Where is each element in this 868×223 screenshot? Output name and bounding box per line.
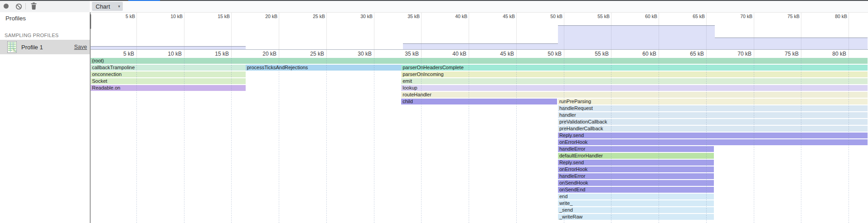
flame-bar[interactable]: _send	[558, 207, 714, 213]
view-mode-select[interactable]: Chart ▾	[92, 2, 123, 11]
flame-bar[interactable]: Readable.on	[91, 85, 246, 91]
sampling-profiles-section-label: SAMPLING PROFILES	[5, 33, 58, 38]
flame-bar[interactable]: handleError	[558, 173, 714, 179]
overview-gridline	[279, 13, 279, 49]
flame-bar-label: _send	[559, 207, 573, 213]
flame-bar-label: handleError	[559, 173, 585, 179]
flame-bar[interactable]: onErrorHook	[558, 139, 868, 145]
flame-bar[interactable]: processTicksAndRejections	[246, 65, 402, 71]
flame-bar[interactable]: Socket	[91, 78, 246, 84]
chart-ruler-tick	[421, 50, 422, 57]
flame-bar-label: callbackTrampoline	[92, 65, 135, 70]
chart-ruler-tick	[184, 50, 184, 57]
flame-bar-label: emit	[402, 78, 412, 84]
flame-bar[interactable]: Reply.send	[558, 160, 714, 166]
flame-bar-label: handleError	[559, 146, 585, 152]
flame-bar-label: preHandlerCallback	[559, 126, 603, 131]
chart-ruler-tick	[231, 50, 232, 57]
flame-bar[interactable]: child	[401, 99, 557, 104]
sidebar-scrollbar[interactable]	[90, 14, 91, 29]
flame-bar[interactable]: end	[558, 194, 714, 199]
flame-bar[interactable]: handleError	[558, 146, 714, 152]
flame-bar[interactable]: onErrorHook	[558, 166, 714, 172]
flame-bar[interactable]: callbackTrampoline	[91, 65, 246, 71]
chart-ruler-tick-label: 40 kB	[437, 51, 466, 57]
record-icon[interactable]	[4, 4, 9, 9]
save-profile-link[interactable]: Save	[74, 44, 87, 50]
flame-bar-label: parserOnIncoming	[402, 71, 444, 77]
flame-bar[interactable]: emit	[401, 78, 868, 84]
flame-bar[interactable]: handler	[558, 112, 868, 118]
flame-bar-label: preValidationCallback	[559, 119, 607, 124]
chart-ruler-tick-label: 80 kB	[817, 51, 846, 57]
overview-ruler-tick-label: 30 kB	[345, 14, 373, 19]
overview-ruler-tick-label: 60 kB	[630, 14, 657, 19]
flame-bar[interactable]: onSendEnd	[558, 187, 714, 193]
sidebar-title: Profiles	[5, 15, 26, 22]
flame-bar[interactable]: preValidationCallback	[558, 119, 868, 125]
overview-ruler-tick-label: 25 kB	[298, 14, 325, 19]
flame-bar[interactable]: routeHandler	[401, 92, 868, 98]
flame-bar-label: (root)	[92, 58, 104, 63]
flame-gridline	[326, 58, 327, 223]
overview-gridline	[184, 13, 184, 49]
flame-bar[interactable]: write_	[558, 200, 714, 206]
chart-ruler-tick	[374, 50, 374, 57]
overview-memory-step	[715, 38, 868, 49]
chart-ruler-tick	[849, 50, 849, 57]
view-mode-value: Chart	[96, 3, 110, 10]
chart-ruler-tick-label: 55 kB	[580, 51, 609, 57]
chart-ruler-tick-label: 35 kB	[390, 51, 419, 57]
flame-bar[interactable]: runPreParsing	[558, 99, 868, 104]
flame-bar-label: Socket	[92, 78, 107, 84]
flame-bar[interactable]: parserOnIncoming	[401, 71, 868, 77]
flame-bar-label: Readable.on	[92, 85, 120, 90]
overview-ruler-tick-label: 55 kB	[582, 14, 610, 19]
flame-bar-label: end	[559, 194, 567, 199]
trash-icon[interactable]	[30, 2, 37, 12]
flame-bar-label: onSendEnd	[559, 187, 586, 192]
flame-bar-label: write_	[559, 200, 572, 206]
flame-bar[interactable]: defaultErrorHandler	[558, 153, 714, 159]
overview-ruler-tick-label: 35 kB	[393, 14, 420, 19]
svg-text:%: %	[13, 49, 16, 53]
flame-bar[interactable]: parserOnHeadersComplete	[401, 65, 868, 71]
overview-gridline	[231, 13, 232, 49]
chart-ruler-tick	[659, 50, 659, 57]
flame-bar[interactable]: (root)	[91, 58, 868, 64]
flame-bar[interactable]: Reply.send	[558, 133, 868, 138]
flame-bar[interactable]: onSendHook	[558, 180, 714, 186]
flame-bar-label: handler	[559, 112, 576, 118]
flame-bar[interactable]: _writeRaw	[558, 214, 714, 220]
overview-ruler-tick-label: 40 kB	[440, 14, 467, 19]
profile-list-item[interactable]: % Profile 1 Save	[0, 40, 90, 54]
chart-ruler-tick-label: 75 kB	[770, 51, 799, 57]
flame-bar[interactable]: onconnection	[91, 71, 246, 77]
overview-ruler-tick-label: 5 kB	[108, 14, 135, 19]
overview-memory-step	[403, 43, 558, 49]
chart-ruler-tick	[136, 50, 137, 57]
chart-ruler-tick	[279, 50, 279, 57]
flame-bar-label: routeHandler	[402, 92, 432, 97]
flame-bar[interactable]: handleRequest	[558, 105, 868, 111]
flame-bar-label: Reply.send	[559, 133, 584, 138]
profile-name: Profile 1	[21, 44, 74, 51]
overview-ruler-tick-label: 10 kB	[155, 14, 183, 19]
flame-bar-label: onSendHook	[559, 180, 588, 185]
flame-bar[interactable]: preHandlerCallback	[558, 126, 868, 132]
overview-ruler-tick-label: 70 kB	[725, 14, 752, 19]
clear-icon[interactable]	[15, 3, 22, 12]
chart-ruler-tick-label: 25 kB	[295, 51, 324, 57]
overview-baseline	[91, 49, 868, 50]
flame-gridline	[279, 58, 279, 223]
overview-memory-step	[558, 25, 715, 49]
flame-bar-label: runPreParsing	[559, 99, 591, 104]
chart-ruler-tick-label: 45 kB	[485, 51, 514, 57]
chart-ruler-tick	[564, 50, 564, 57]
chart-ruler-tick	[326, 50, 327, 57]
chart-toolbar	[91, 1, 868, 13]
overview-ruler-tick-label: 75 kB	[772, 14, 800, 19]
flame-bar[interactable]: lookup	[401, 85, 868, 91]
sampling-profile-icon: %	[7, 41, 17, 53]
overview-ruler-tick-label: 65 kB	[678, 14, 705, 19]
